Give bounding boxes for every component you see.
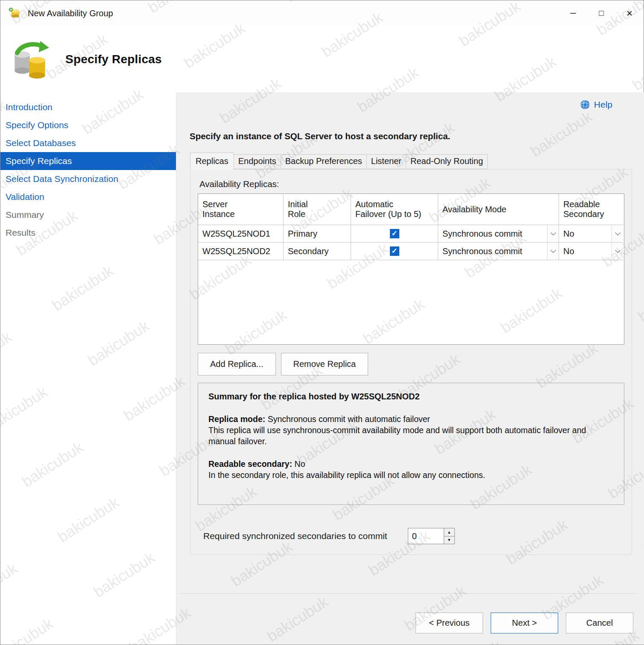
column-header-availability-mode: Availability Mode	[438, 194, 559, 225]
chevron-down-icon	[550, 247, 556, 253]
required-secondaries-row: Required synchronized secondaries to com…	[203, 528, 624, 544]
column-header-line: Role	[288, 209, 348, 219]
next-button[interactable]: Next >	[491, 613, 558, 633]
column-header-line: Availability Mode	[442, 205, 556, 214]
readable-secondary-cell[interactable]: No	[559, 243, 623, 260]
add-replica-button[interactable]: Add Replica...	[198, 353, 276, 375]
help-globe-icon	[580, 100, 590, 110]
replica-summary-box: Summary for the replica hosted by W25SQL…	[198, 383, 624, 505]
tab-backup-preferences[interactable]: Backup Preferences	[281, 154, 367, 169]
replicas-tab-panel: Availability Replicas: Server Instance I…	[190, 169, 632, 555]
close-button[interactable]: ✕	[615, 0, 644, 26]
automatic-failover-cell	[351, 225, 438, 243]
main-area: Introduction Specify Options Select Data…	[0, 92, 644, 645]
automatic-failover-cell	[351, 243, 438, 260]
sidebar-item-validation[interactable]: Validation	[0, 188, 176, 206]
readable-secondary-cell[interactable]: No	[559, 225, 623, 243]
column-header-line: Secondary	[563, 209, 621, 219]
sidebar-item-select-data-synchronization[interactable]: Select Data Synchronization	[0, 170, 176, 188]
column-header-readable-secondary: Readable Secondary	[559, 194, 623, 225]
app-icon	[8, 7, 21, 20]
remove-replica-button[interactable]: Remove Replica	[281, 353, 369, 375]
availability-mode-dropdown-button[interactable]	[547, 243, 559, 260]
availability-replicas-label: Availability Replicas:	[199, 179, 624, 189]
readable-secondary-dropdown-button[interactable]	[612, 243, 623, 260]
tab-replicas[interactable]: Replicas	[190, 152, 234, 170]
maximize-button[interactable]: □	[587, 0, 615, 26]
readable-secondary-value: No	[563, 229, 574, 239]
help-link[interactable]: Help	[594, 100, 612, 110]
automatic-failover-checkbox[interactable]	[390, 229, 399, 238]
wizard-header: Specify Replicas	[0, 26, 644, 92]
replica-actions: Add Replica... Remove Replica	[198, 353, 624, 375]
previous-button[interactable]: < Previous	[416, 613, 483, 633]
availability-mode-dropdown-button[interactable]	[547, 225, 559, 242]
server-instance-cell[interactable]: W25SQL25NOD1	[198, 225, 284, 243]
content-area: Help Specify an instance of SQL Server t…	[176, 92, 644, 645]
replica-mode-value: Synchronous commit with automatic failov…	[265, 414, 430, 424]
readable-secondary-dropdown-button[interactable]	[612, 225, 623, 242]
sidebar-item-select-databases[interactable]: Select Databases	[0, 134, 176, 152]
column-header-line: Failover (Up to 5)	[355, 209, 435, 219]
spinner-up-button[interactable]: ▲	[444, 528, 454, 537]
minimize-button[interactable]: ─	[559, 0, 587, 26]
sidebar-item-specify-options[interactable]: Specify Options	[0, 116, 176, 134]
replica-mode-paragraph: Replica mode: Synchronous commit with au…	[208, 413, 614, 447]
sidebar-item-introduction[interactable]: Introduction	[0, 98, 176, 116]
sidebar-item-specify-replicas[interactable]: Specify Replicas	[0, 152, 176, 170]
titlebar: New Availability Group ─ □ ✕	[0, 0, 644, 26]
spinner-buttons: ▲ ▼	[444, 528, 454, 544]
column-header-line: Server	[202, 199, 281, 209]
column-header-initial-role: Initial Role	[284, 194, 351, 225]
required-secondaries-spinner[interactable]: 0 ▲ ▼	[408, 528, 455, 544]
grid-empty-area	[198, 260, 623, 344]
tab-listener[interactable]: Listener	[366, 154, 406, 169]
tab-endpoints[interactable]: Endpoints	[234, 154, 281, 169]
readable-secondary-paragraph: Readable secondary: No In the secondary …	[208, 458, 614, 481]
readable-secondary-value: No	[563, 246, 574, 256]
wizard-steps-sidebar: Introduction Specify Options Select Data…	[0, 92, 176, 645]
chevron-down-icon	[615, 247, 621, 253]
initial-role-cell: Secondary	[284, 243, 351, 260]
column-header-line: Initial	[288, 199, 348, 209]
column-header-line: Automatic	[355, 199, 435, 209]
replica-database-icon	[11, 40, 49, 79]
column-header-automatic-failover: Automatic Failover (Up to 5)	[351, 194, 438, 225]
server-instance-cell[interactable]: W25SQL25NOD2	[198, 243, 284, 260]
tab-read-only-routing[interactable]: Read-Only Routing	[406, 154, 488, 169]
sidebar-item-results: Results	[0, 224, 176, 242]
column-header-server-instance: Server Instance	[198, 194, 284, 225]
page-title: Specify Replicas	[65, 53, 162, 66]
availability-mode-cell[interactable]: Synchronous commit	[438, 225, 559, 243]
tab-strip: Replicas Endpoints Backup Preferences Li…	[190, 152, 644, 169]
window-title: New Availability Group	[28, 9, 559, 18]
replica-mode-label: Replica mode:	[208, 414, 265, 424]
cancel-button[interactable]: Cancel	[566, 613, 633, 633]
required-secondaries-label: Required synchronized secondaries to com…	[203, 531, 387, 541]
initial-role-cell: Primary	[284, 225, 351, 243]
chevron-down-icon	[615, 230, 621, 235]
footer-buttons: < Previous Next > Cancel	[176, 594, 644, 633]
required-secondaries-value[interactable]: 0	[408, 528, 444, 544]
availability-mode-value: Synchronous commit	[442, 229, 522, 239]
help-row: Help	[176, 92, 644, 110]
chevron-down-icon	[550, 230, 556, 235]
readable-secondary-description: In the secondary role, this availability…	[208, 470, 485, 480]
spinner-down-button[interactable]: ▼	[444, 537, 454, 544]
footer: < Previous Next > Cancel	[176, 593, 644, 645]
automatic-failover-checkbox[interactable]	[390, 246, 399, 256]
replicas-grid: Server Instance Initial Role Automatic F…	[198, 194, 624, 345]
replica-mode-description: This replica will use synchronous-commit…	[208, 425, 586, 446]
instruction-text: Specify an instance of SQL Server to hos…	[190, 131, 636, 141]
wizard-window: New Availability Group ─ □ ✕ Specify Rep…	[0, 0, 644, 645]
readable-secondary-label: Readable secondary:	[208, 459, 292, 469]
column-header-line: Readable	[563, 199, 621, 209]
availability-mode-value: Synchronous commit	[442, 246, 522, 256]
sidebar-item-summary: Summary	[0, 206, 176, 224]
availability-mode-cell[interactable]: Synchronous commit	[438, 243, 559, 260]
readable-secondary-summary-value: No	[292, 459, 305, 469]
column-header-line: Instance	[202, 209, 281, 219]
summary-title: Summary for the replica hosted by W25SQL…	[208, 391, 614, 402]
